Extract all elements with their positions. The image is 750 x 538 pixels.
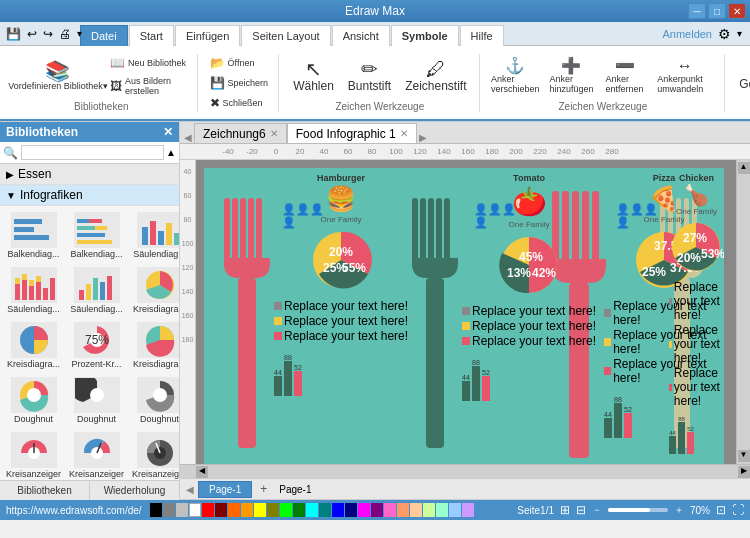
color-swatch-magenta[interactable] [358, 503, 370, 517]
color-swatch-darkred[interactable] [215, 503, 227, 517]
color-swatch-blue[interactable] [332, 503, 344, 517]
maximize-button[interactable]: □ [708, 3, 726, 19]
fit-icon[interactable]: ⊡ [716, 503, 726, 517]
color-swatch-green[interactable] [293, 503, 305, 517]
list-item[interactable]: Säulendiag... [67, 265, 126, 316]
color-swatch-white[interactable] [189, 503, 201, 517]
close-file-button[interactable]: ✖ Schließen [206, 94, 273, 112]
bibliotheken-tab-button[interactable]: Bibliotheken [0, 481, 90, 500]
add-page-button[interactable]: + [256, 482, 271, 496]
color-swatch-salmon[interactable] [397, 503, 409, 517]
minimize-button[interactable]: ─ [688, 3, 706, 19]
color-swatch-peach[interactable] [410, 503, 422, 517]
list-item[interactable]: Doughnut [67, 375, 126, 426]
color-swatch-gray[interactable] [163, 503, 175, 517]
list-item[interactable]: Doughnut [4, 375, 63, 426]
search-input[interactable] [21, 145, 164, 160]
qa-save-icon[interactable]: 💾 [4, 25, 23, 43]
list-item[interactable]: 75% Prozent-Kr... [67, 320, 126, 371]
sidebar-category-essen[interactable]: ▶ Essen [0, 164, 179, 185]
color-swatch-lavender[interactable] [462, 503, 474, 517]
list-item[interactable]: Balkendiag... [4, 210, 63, 261]
list-item[interactable]: Kreisdiagra... [130, 265, 179, 316]
vertical-scrollbar[interactable]: ▲ ▼ [736, 160, 750, 464]
fullscreen-icon[interactable]: ⛶ [732, 503, 744, 517]
page-tab-1[interactable]: Page-1 [198, 481, 252, 498]
qa-more-icon[interactable]: ▾ [75, 26, 84, 41]
scroll-tab-right[interactable]: ▶ [419, 132, 427, 143]
list-item[interactable]: Kreisdiagra... [4, 320, 63, 371]
settings-icon[interactable]: ⚙ [718, 26, 731, 42]
qa-redo-icon[interactable]: ↪ [41, 25, 55, 43]
color-swatch-red[interactable] [202, 503, 214, 517]
color-swatch-cyan[interactable] [306, 503, 318, 517]
zoom-in-button[interactable]: ＋ [674, 503, 684, 517]
horizontal-scrollbar[interactable]: ◀ ▶ [180, 464, 750, 478]
list-item[interactable]: Kreisanzeiger [4, 430, 63, 480]
page-arrow-left[interactable]: ◀ [186, 484, 194, 495]
scroll-up-button[interactable]: ▲ [738, 162, 750, 174]
color-swatch-navy[interactable] [345, 503, 357, 517]
zoom-out-button[interactable]: － [592, 503, 602, 517]
sidebar-category-infografiken[interactable]: ▼ Infografiken [0, 185, 179, 206]
signin-button[interactable]: Anmelden [662, 28, 712, 40]
tab-food-close-icon[interactable]: ✕ [400, 128, 408, 139]
zeichenstift-button[interactable]: 🖊 Zeichenstift [399, 55, 472, 97]
tab-datei[interactable]: Datei [80, 25, 128, 46]
list-item[interactable]: Balkendiag... [67, 210, 126, 261]
more-icon[interactable]: ▾ [737, 28, 742, 39]
tab-seiten-layout[interactable]: Seiten Layout [241, 25, 330, 46]
list-item[interactable]: Säulendiag... [130, 210, 179, 261]
tab-ansicht[interactable]: Ansicht [332, 25, 390, 46]
zoom-slider[interactable] [608, 508, 668, 512]
wiederholung-tab-button[interactable]: Wiederholung [90, 481, 179, 500]
view-icon1[interactable]: ⊞ [560, 503, 570, 517]
color-swatch-lightgreen[interactable] [423, 503, 435, 517]
save-button[interactable]: 💾 Speichern [206, 74, 273, 92]
anker-hinzufuegen-button[interactable]: ➕ Anker hinzufügen [545, 54, 598, 98]
scroll-left-button[interactable]: ◀ [196, 466, 208, 478]
color-swatch-orange[interactable] [228, 503, 240, 517]
tab-hilfe[interactable]: Hilfe [460, 25, 504, 46]
sidebar-close-icon[interactable]: ✕ [163, 125, 173, 139]
scroll-right-button[interactable]: ▶ [738, 466, 750, 478]
neu-bibliothek-button[interactable]: 📖 Neu Bibliothek [106, 54, 191, 72]
color-swatch-pink[interactable] [384, 503, 396, 517]
list-item[interactable]: Kreisanzeiger [130, 430, 179, 480]
aus-bildern-button[interactable]: 🖼 Aus Bildern erstellen [106, 74, 191, 98]
tab-food-infographic[interactable]: Food Infographic 1 ✕ [287, 123, 417, 143]
anker-entfernen-button[interactable]: ➖ Anker entfernen [600, 54, 649, 98]
close-button[interactable]: ✕ [728, 3, 746, 19]
color-swatch-olive[interactable] [267, 503, 279, 517]
color-swatch-amber[interactable] [241, 503, 253, 517]
list-item[interactable]: Kreisdiagra... [130, 320, 179, 371]
open-button[interactable]: 📂 Öffnen [206, 54, 273, 72]
anker-verschieben-button[interactable]: ⚓ Anker verschieben [488, 54, 544, 98]
color-swatch-skyblue[interactable] [449, 503, 461, 517]
color-swatch-purple[interactable] [371, 503, 383, 517]
tab-zeichnung6-close-icon[interactable]: ✕ [270, 128, 278, 139]
tab-start[interactable]: Start [129, 25, 174, 46]
vordefinieren-button[interactable]: 📚 Vordefinieren Bibliothek▾ [12, 57, 104, 95]
tab-zeichnung6[interactable]: Zeichnung6 ✕ [194, 123, 287, 143]
color-swatch-yellow[interactable] [254, 503, 266, 517]
tab-einfuegen[interactable]: Einfügen [175, 25, 240, 46]
color-swatch-lime[interactable] [280, 503, 292, 517]
color-swatch-black[interactable] [150, 503, 162, 517]
geometrie1-button[interactable]: ⬟ Geometrie [733, 57, 750, 95]
list-item[interactable]: Säulendiag... [4, 265, 63, 316]
scroll-tab-left[interactable]: ◀ [184, 132, 192, 143]
ankerpunkt-button[interactable]: ↔ Ankerpunkt umwandeln [651, 54, 718, 98]
color-swatch-teal[interactable] [319, 503, 331, 517]
color-swatch-silver[interactable] [176, 503, 188, 517]
buntstift-button[interactable]: ✏ Buntstift [342, 55, 397, 97]
qa-undo-icon[interactable]: ↩ [25, 25, 39, 43]
waehlen-button[interactable]: ↖ Wählen [287, 55, 340, 97]
color-swatch-mint[interactable] [436, 503, 448, 517]
sidebar-scroll-up[interactable]: ▲ [166, 147, 176, 158]
tab-symbole[interactable]: Symbole [391, 25, 459, 46]
view-icon2[interactable]: ⊟ [576, 503, 586, 517]
list-item[interactable]: Kreisanzeiger [67, 430, 126, 480]
list-item[interactable]: Doughnut [130, 375, 179, 426]
canvas-viewport[interactable]: Hamburger 🍔 One Family 20% 55% 25% [196, 160, 736, 464]
